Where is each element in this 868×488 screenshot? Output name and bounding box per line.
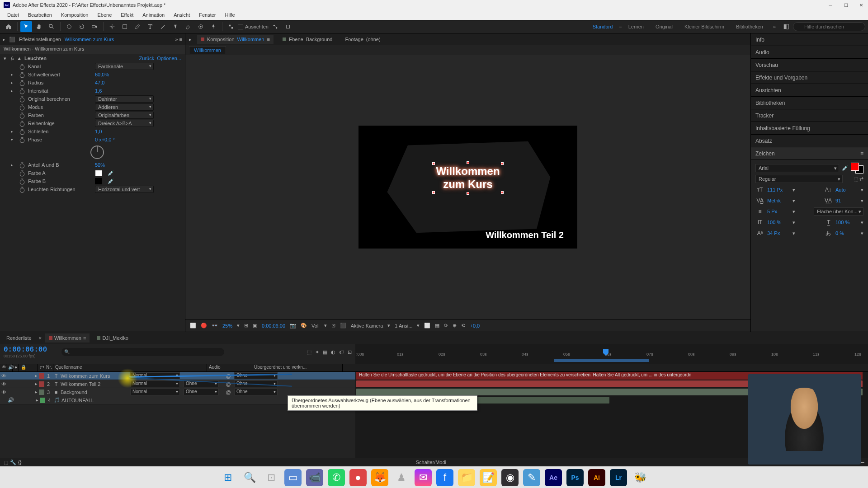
hand-tool[interactable] bbox=[33, 21, 45, 32]
roi-icon[interactable]: ▣ bbox=[253, 323, 257, 328]
tl-icon-1[interactable]: ⬚ bbox=[307, 349, 311, 355]
phase-dial[interactable] bbox=[90, 145, 104, 159]
transparency-icon[interactable]: ⊡ bbox=[331, 323, 335, 328]
stopwatch-icon[interactable] bbox=[19, 137, 24, 142]
kerning-value[interactable]: Metrik bbox=[767, 198, 790, 203]
comp-breadcrumb-item[interactable]: Willkommen bbox=[189, 46, 226, 54]
text-tool[interactable] bbox=[144, 21, 156, 32]
phase-value[interactable]: 0 x+0,0 ° bbox=[95, 137, 115, 142]
modus-dropdown[interactable]: Addieren bbox=[95, 103, 154, 111]
swap-icon[interactable]: ⬚ ⇄ bbox=[845, 176, 863, 182]
tab-close-icon[interactable]: × bbox=[39, 335, 42, 341]
tracking-value[interactable]: 91 bbox=[835, 198, 858, 203]
color-label[interactable] bbox=[40, 398, 45, 403]
align-checkbox[interactable]: Ausrichten bbox=[238, 24, 269, 29]
messenger-icon[interactable]: ✉ bbox=[415, 469, 432, 486]
menu-animation[interactable]: Animation bbox=[138, 11, 169, 19]
stroke-value[interactable]: 5 Px bbox=[767, 209, 790, 214]
pen-tool[interactable] bbox=[132, 21, 143, 32]
col-audio-icon[interactable]: 🔊 bbox=[6, 364, 13, 371]
snap-icon[interactable] bbox=[225, 21, 237, 32]
workspace-kleiner[interactable]: Kleiner Bildschirm bbox=[679, 24, 730, 29]
vscale-value[interactable]: 100 % bbox=[767, 220, 790, 225]
twirl-icon[interactable]: ▸ bbox=[34, 397, 40, 403]
tab-renderliste[interactable]: Renderliste bbox=[3, 333, 35, 343]
leading-value[interactable]: Auto bbox=[835, 187, 858, 192]
panel-menu-icon[interactable]: » ≡ bbox=[175, 37, 182, 42]
fx-badge-icon[interactable]: fx bbox=[11, 56, 14, 61]
firefox-icon[interactable]: 🦊 bbox=[371, 469, 388, 486]
zoom-dropdown[interactable]: 25% bbox=[222, 323, 232, 328]
richtungen-dropdown[interactable]: Horizontal und vert bbox=[95, 186, 154, 193]
footer-icon-3[interactable]: {} bbox=[18, 460, 21, 465]
eraser-tool[interactable] bbox=[182, 21, 194, 32]
color-mgmt-icon[interactable]: 🎨 bbox=[301, 323, 307, 328]
stopwatch-icon[interactable] bbox=[19, 96, 24, 102]
font-size-value[interactable]: 111 Px bbox=[767, 187, 790, 192]
timecode-display[interactable]: 0:00:06:00 bbox=[4, 346, 47, 354]
composition-viewer[interactable]: Willkommen zum Kurs Willkommen Teil 2 bbox=[185, 55, 750, 319]
selection-tool[interactable] bbox=[20, 21, 32, 32]
stopwatch-icon[interactable] bbox=[19, 113, 24, 118]
col-source[interactable]: Quellenname bbox=[53, 364, 130, 371]
teams-icon[interactable]: 📹 bbox=[306, 469, 323, 486]
layer-row-2[interactable]: 👁 ▸ 2 T Willkommen Teil 2 Normal Ohne @ … bbox=[0, 380, 355, 388]
stopwatch-icon[interactable] bbox=[19, 170, 24, 176]
panel-info[interactable]: Info bbox=[751, 33, 868, 46]
stopwatch-icon[interactable] bbox=[19, 80, 24, 85]
menu-ebene[interactable]: Ebene bbox=[93, 11, 116, 19]
font-dropdown[interactable]: Arial bbox=[755, 164, 839, 172]
color-label[interactable] bbox=[39, 373, 44, 379]
close-button[interactable]: ✕ bbox=[858, 2, 864, 8]
photoshop-icon[interactable]: Ps bbox=[566, 469, 584, 486]
menu-bearbeiten[interactable]: Bearbeiten bbox=[24, 11, 57, 19]
panel-fuellung[interactable]: Inhaltsbasierte Füllung bbox=[751, 122, 868, 135]
effect-reset-link[interactable]: Zurück bbox=[139, 56, 155, 61]
original-dropdown[interactable]: Dahinter bbox=[95, 95, 154, 103]
visibility-toggle[interactable]: 👁 bbox=[0, 373, 7, 379]
workspace-original[interactable]: Original bbox=[650, 24, 678, 29]
app-icon-2[interactable]: ♟ bbox=[393, 469, 410, 486]
stopwatch-icon[interactable] bbox=[19, 64, 24, 69]
vc-icon3[interactable]: ⟳ bbox=[444, 323, 448, 328]
panel-vorschau[interactable]: Vorschau bbox=[751, 59, 868, 71]
folder-icon[interactable]: 📁 bbox=[458, 469, 475, 486]
stroke-style-dropdown[interactable]: Fläche über Kon... bbox=[814, 207, 863, 216]
panel-ausrichten[interactable]: Ausrichten bbox=[751, 84, 868, 97]
help-search-input[interactable] bbox=[793, 22, 865, 31]
roto-tool[interactable] bbox=[195, 21, 207, 32]
col-nr[interactable]: Nr. bbox=[44, 364, 53, 371]
blend-mode-dropdown[interactable]: Normal bbox=[130, 389, 180, 395]
eyedropper-icon[interactable]: 💉 bbox=[108, 178, 114, 184]
trkmat-dropdown[interactable]: Ohne bbox=[184, 389, 219, 395]
snapshot-icon[interactable]: 📷 bbox=[290, 323, 296, 328]
camera-tool[interactable] bbox=[89, 21, 100, 32]
col-lock-icon[interactable]: 🔒 bbox=[19, 364, 25, 371]
vc-icon4[interactable]: ⊕ bbox=[453, 323, 457, 328]
fill-swatch[interactable] bbox=[851, 163, 859, 171]
timeline-ruler[interactable]: :00s 01s 02s 03s 04s 05s 06s 07s 08s 09s… bbox=[355, 344, 868, 364]
zoom-tool[interactable] bbox=[46, 21, 57, 32]
comp-tab-background[interactable]: Ebene Background bbox=[279, 35, 336, 44]
tsume-value[interactable]: 0 % bbox=[835, 230, 858, 236]
menu-komposition[interactable]: Komposition bbox=[57, 11, 93, 19]
hscale-value[interactable]: 100 % bbox=[835, 220, 858, 225]
style-dropdown[interactable]: Regular bbox=[755, 175, 843, 183]
col-label-icon[interactable]: 🏷 bbox=[38, 364, 44, 371]
reihenfolge-dropdown[interactable]: Dreieck A>B>A bbox=[95, 120, 154, 127]
effects-tab-label[interactable]: Effekteinstellungen bbox=[19, 37, 61, 42]
app-icon[interactable]: ● bbox=[349, 469, 367, 486]
app-icon-3[interactable]: 📝 bbox=[480, 469, 497, 486]
tab-willkommen[interactable]: Willkommen ≡ bbox=[45, 333, 90, 343]
col-parent[interactable]: Übergeordnet und verkn... bbox=[252, 364, 343, 371]
parent-dropdown[interactable]: Ohne bbox=[234, 389, 278, 395]
panel-bibliotheken[interactable]: Bibliotheken bbox=[751, 97, 868, 109]
maximize-button[interactable]: ☐ bbox=[843, 2, 849, 8]
stopwatch-icon[interactable] bbox=[19, 162, 24, 168]
puppet-tool[interactable] bbox=[208, 21, 219, 32]
orbit-tool[interactable] bbox=[63, 21, 75, 32]
baseline-value[interactable]: 34 Px bbox=[767, 230, 790, 236]
farbe-b-swatch[interactable] bbox=[95, 178, 102, 184]
lightroom-icon[interactable]: Lr bbox=[610, 469, 627, 486]
panel-effekte[interactable]: Effekte und Vorgaben bbox=[751, 71, 868, 84]
